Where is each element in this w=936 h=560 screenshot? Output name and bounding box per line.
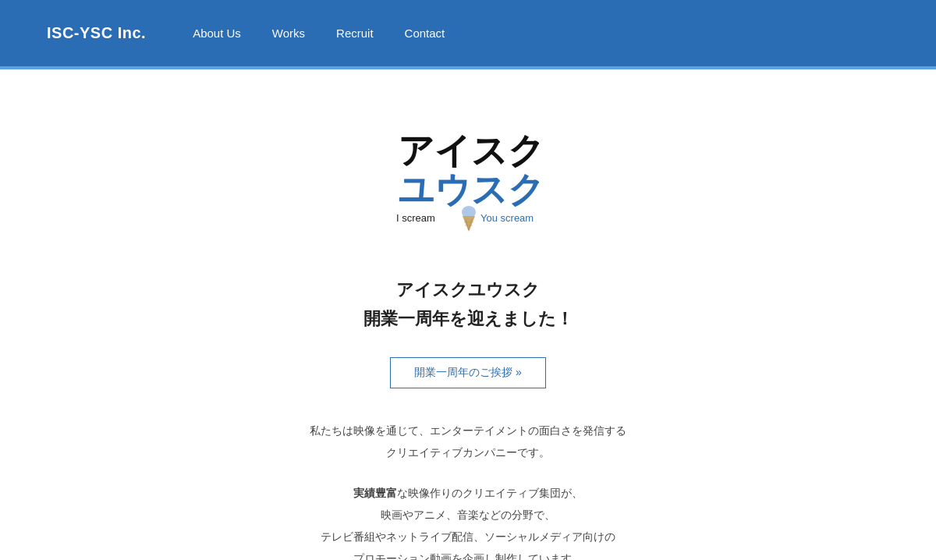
nav-works[interactable]: Works [272, 27, 305, 40]
site-logo: ISC-YSC Inc. [47, 24, 146, 42]
paragraph2-line4: プロモーション動画を企画し制作しています。 [353, 552, 583, 560]
heading-line2: 開業一周年を迎えました！ [363, 309, 573, 328]
nav-recruit[interactable]: Recruit [336, 27, 374, 40]
paragraph-2: 実績豊富な映像作りのクリエイティブ集団が、 映画やアニメ、音楽などの分野で、 テ… [321, 482, 615, 560]
main-nav: About Us Works Recruit Contact [193, 27, 445, 40]
paragraph2-line3: テレビ番組やネットライブ配信、ソーシャルメディア向けの [321, 530, 615, 543]
paragraph2-line2: 映画やアニメ、音楽などの分野で、 [381, 509, 555, 521]
svg-text:You scream: You scream [480, 212, 534, 224]
nav-contact[interactable]: Contact [405, 27, 445, 40]
paragraph-1: 私たちは映像を通じて、エンターテイメントの面白さを発信する クリエイティブカンパ… [310, 420, 626, 463]
paragraph1-line1: 私たちは映像を通じて、エンターテイメントの面白さを発信する [310, 424, 626, 437]
svg-text:I scream: I scream [396, 212, 435, 224]
main-content: アイスク ユウスク I scream You scream アイス [0, 69, 936, 560]
main-heading-block: アイスクユウスク 開業一周年を迎えました！ [363, 275, 573, 334]
paragraph2-emphasis: 実績豊富 [353, 487, 397, 499]
brand-logo-area: アイスク ユウスク I scream You scream [374, 116, 562, 244]
svg-text:ユウスク: ユウスク [398, 169, 544, 210]
nav-about[interactable]: About Us [193, 27, 241, 40]
heading-line1: アイスクユウスク [396, 280, 540, 299]
brand-logo-svg: アイスク ユウスク I scream You scream [374, 116, 562, 241]
svg-text:アイスク: アイスク [398, 130, 544, 171]
paragraph2-line1-rest: な映像作りのクリエイティブ集団が、 [397, 487, 583, 499]
cta-button[interactable]: 開業一周年のご挨拶 » [390, 357, 546, 388]
paragraph1-line2: クリエイティブカンパニーです。 [386, 446, 550, 459]
